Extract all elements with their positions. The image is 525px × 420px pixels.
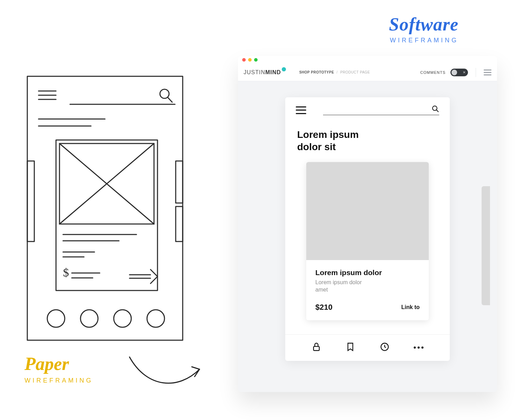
bookmark-icon[interactable] bbox=[345, 342, 355, 353]
paper-title-text: Paper bbox=[24, 354, 93, 374]
svg-rect-12 bbox=[56, 140, 158, 290]
svg-line-33 bbox=[436, 110, 439, 112]
brand-text-bold: MIND bbox=[265, 69, 281, 75]
brand-dot-icon bbox=[282, 67, 286, 71]
app-toolbar: JUSTINMIND SHOP PROTOTYPE / PRODUCT PAGE… bbox=[238, 64, 497, 81]
product-price: $210 bbox=[315, 303, 332, 312]
svg-rect-10 bbox=[176, 161, 183, 203]
crumb-current: PRODUCT PAGE bbox=[340, 70, 370, 74]
paper-subtitle-text: WIREFRAMING bbox=[24, 377, 93, 384]
svg-rect-9 bbox=[27, 161, 34, 241]
carousel-peek-right[interactable] bbox=[482, 186, 490, 305]
crumb-separator: / bbox=[337, 70, 338, 74]
toggle-x-icon: × bbox=[463, 69, 465, 76]
toggle-knob-icon bbox=[451, 70, 457, 75]
fullscreen-icon[interactable] bbox=[254, 58, 258, 62]
close-icon[interactable] bbox=[242, 58, 246, 62]
paper-wireframe-sketch: $ bbox=[24, 74, 186, 343]
svg-point-27 bbox=[114, 310, 131, 327]
clock-icon[interactable] bbox=[380, 342, 390, 353]
prototype-canvas: Lorem ipsum dolor sit Lorem ipsum dolor … bbox=[238, 81, 497, 392]
paper-label: Paper WIREFRAMING bbox=[24, 354, 93, 384]
product-subtitle: Lorem ipsum dolor amet bbox=[315, 279, 368, 294]
search-icon bbox=[432, 105, 439, 113]
svg-point-26 bbox=[80, 310, 98, 327]
comments-label: COMMENTS bbox=[420, 70, 446, 75]
hamburger-icon[interactable] bbox=[296, 106, 306, 114]
svg-rect-0 bbox=[27, 76, 183, 340]
minimise-icon[interactable] bbox=[248, 58, 252, 62]
crumb-root[interactable]: SHOP PROTOTYPE bbox=[299, 70, 334, 74]
svg-point-28 bbox=[147, 310, 164, 327]
software-title-text: Software bbox=[389, 14, 458, 35]
breadcrumb: SHOP PROTOTYPE / PRODUCT PAGE bbox=[299, 70, 370, 74]
svg-text:$: $ bbox=[63, 266, 69, 279]
more-icon[interactable] bbox=[414, 346, 424, 349]
lock-icon[interactable] bbox=[312, 342, 321, 353]
product-card-body: Lorem ipsum dolor Lorem ipsum dolor amet… bbox=[306, 260, 429, 320]
svg-rect-34 bbox=[314, 346, 319, 351]
prototype-heading: Lorem ipsum dolor sit bbox=[285, 118, 383, 162]
product-image-placeholder bbox=[306, 162, 429, 260]
product-card[interactable]: Lorem ipsum dolor Lorem ipsum dolor amet… bbox=[306, 162, 429, 320]
product-title: Lorem ipsum dolor bbox=[315, 268, 420, 277]
brand-text-light: JUSTIN bbox=[244, 69, 265, 75]
arrow-icon bbox=[126, 350, 210, 393]
search-row[interactable] bbox=[323, 105, 439, 115]
window-titlebar bbox=[238, 56, 497, 64]
software-subtitle-text: WIREFRAMING bbox=[389, 37, 458, 44]
svg-rect-11 bbox=[176, 206, 183, 241]
software-label: Software WIREFRAMING bbox=[389, 14, 458, 44]
prototype-tabbar bbox=[285, 334, 450, 361]
menu-button[interactable] bbox=[484, 69, 491, 76]
svg-line-5 bbox=[168, 97, 172, 102]
toolbar-divider bbox=[476, 68, 476, 77]
svg-point-25 bbox=[47, 310, 65, 327]
app-window: JUSTINMIND SHOP PROTOTYPE / PRODUCT PAGE… bbox=[238, 56, 497, 392]
prototype-header bbox=[285, 105, 450, 118]
product-link[interactable]: Link to bbox=[401, 304, 420, 310]
brand-logo: JUSTINMIND bbox=[244, 69, 286, 76]
prototype-screen: Lorem ipsum dolor sit Lorem ipsum dolor … bbox=[285, 97, 450, 361]
comments-toggle[interactable]: × bbox=[450, 69, 468, 76]
